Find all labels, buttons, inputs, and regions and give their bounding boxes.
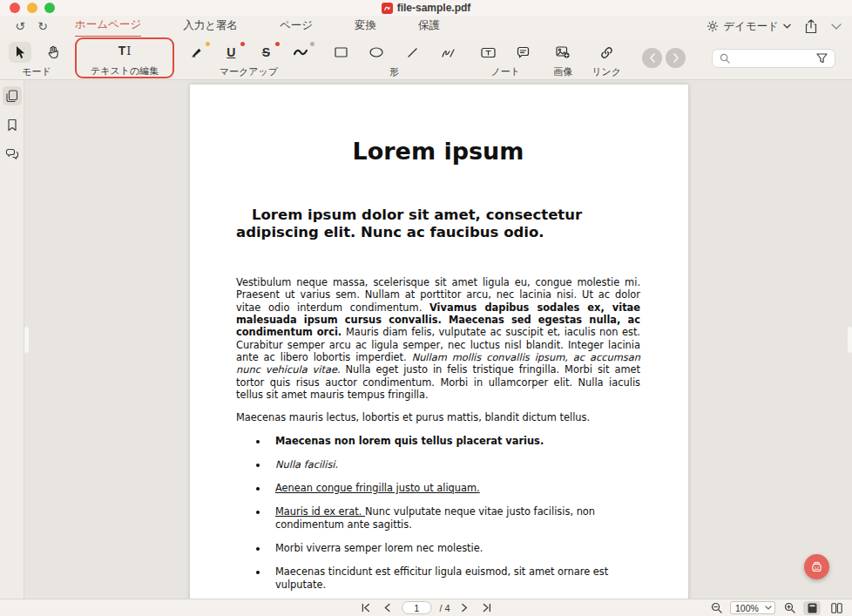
page-navigation: / 4: [358, 601, 493, 615]
comments-panel-button[interactable]: [3, 144, 22, 163]
panel-resize-handle[interactable]: [848, 327, 852, 353]
link-section-label: リンク: [592, 66, 621, 77]
image-section: 画像: [543, 37, 583, 79]
first-page-button[interactable]: [358, 601, 372, 615]
pdf-file-icon: [382, 3, 393, 14]
zoom-controls: 100%: [709, 601, 845, 615]
two-page-view-button[interactable]: [828, 601, 845, 615]
text-box-button[interactable]: [477, 42, 499, 63]
bullet-list: Maecenas non lorem quis tellus placerat …: [268, 435, 640, 591]
list-item: Aenean congue fringilla justo ut aliquam…: [268, 482, 640, 495]
line-shape-button[interactable]: [401, 42, 423, 63]
highlighter-button[interactable]: [185, 42, 207, 63]
list-item: Morbi viverra semper lorem nec molestie.: [268, 542, 640, 555]
day-mode-selector[interactable]: デイモード: [707, 19, 791, 34]
insert-link-button[interactable]: [595, 42, 618, 63]
chevron-down-icon: [783, 24, 791, 29]
left-sidebar: [0, 80, 24, 599]
filter-funnel-icon[interactable]: [816, 53, 828, 64]
collapse-toolbar-chevron-icon[interactable]: [831, 24, 842, 30]
mode-section-label: モード: [22, 66, 51, 77]
document-subheading: Lorem ipsum dolor sit amet, consectetur …: [236, 206, 640, 242]
undo-button[interactable]: ↺: [9, 17, 31, 35]
markup-section: U S マークアップ: [176, 37, 321, 79]
search-icon: [720, 53, 730, 64]
rectangle-shape-button[interactable]: [329, 42, 352, 63]
document-title: Lorem ipsum: [236, 139, 640, 165]
list-item: Nulla facilisi.: [268, 458, 640, 471]
search-input[interactable]: [735, 52, 811, 64]
insert-image-button[interactable]: [551, 42, 574, 63]
tab-home[interactable]: ホームページ: [54, 15, 162, 38]
toolbar: モード TI テキストの編集 U S: [0, 37, 852, 80]
list-item: Mauris id ex erat. Nunc vulputate neque …: [268, 505, 640, 531]
zoom-out-button[interactable]: [709, 601, 723, 615]
toolbar-prev-button[interactable]: [642, 48, 662, 68]
freehand-draw-button[interactable]: [436, 42, 459, 63]
status-bar: / 4 100%: [0, 599, 852, 616]
redo-button[interactable]: ↻: [31, 17, 54, 35]
strikethrough-button[interactable]: S: [254, 42, 277, 63]
color-dot: [206, 42, 210, 46]
minimize-window-button[interactable]: [27, 3, 37, 13]
pdf-page[interactable]: Lorem ipsum Lorem ipsum dolor sit amet, …: [190, 85, 688, 599]
bookmarks-panel-button[interactable]: [3, 115, 22, 134]
document-viewer[interactable]: Lorem ipsum Lorem ipsum dolor sit amet, …: [24, 80, 852, 599]
text-edit-button[interactable]: TI: [113, 40, 136, 61]
select-mode-button[interactable]: [9, 42, 31, 63]
underline-button[interactable]: U: [220, 42, 242, 63]
notes-section: ノート: [468, 37, 543, 79]
single-page-view-button[interactable]: [803, 601, 821, 615]
day-mode-label: デイモード: [723, 19, 779, 34]
zoom-window-button[interactable]: [44, 3, 55, 13]
close-window-button[interactable]: [10, 3, 20, 13]
mode-section: モード: [0, 37, 73, 79]
previous-page-button[interactable]: [380, 601, 394, 615]
search-field[interactable]: [712, 49, 835, 68]
thumbnails-panel-button[interactable]: [3, 86, 22, 105]
zoom-level-select[interactable]: 100%: [730, 601, 775, 614]
body-paragraph: Maecenas mauris lectus, lobortis et puru…: [236, 411, 640, 423]
current-page-input[interactable]: [402, 601, 431, 614]
hand-pan-mode-button[interactable]: [42, 42, 64, 63]
toolbar-next-button[interactable]: [666, 48, 686, 68]
app-window: file-sample.pdf ↺ ↻ ホームページ 入力と署名 ページ 変換 …: [0, 0, 852, 616]
window-title: file-sample.pdf: [382, 2, 471, 14]
toolbar-pager: [630, 37, 698, 79]
ellipse-shape-button[interactable]: [365, 42, 388, 63]
link-section: リンク: [583, 37, 630, 79]
next-page-button[interactable]: [458, 601, 472, 615]
list-item: Maecenas non lorem quis tellus placerat …: [268, 435, 640, 448]
text-edit-highlight-box: TI テキストの編集: [75, 37, 174, 78]
markup-section-label: マークアップ: [220, 66, 278, 77]
sun-icon: [707, 20, 719, 32]
tab-fill-sign[interactable]: 入力と署名: [162, 16, 259, 37]
shapes-section-label: 形: [389, 66, 399, 77]
list-item: Maecenas tincidunt est efficitur ligula …: [268, 565, 640, 591]
comment-note-button[interactable]: [511, 42, 534, 63]
text-edit-label: テキストの編集: [91, 65, 159, 76]
tab-pages[interactable]: ページ: [259, 16, 334, 37]
main-area: Lorem ipsum Lorem ipsum dolor sit amet, …: [0, 80, 852, 599]
shapes-section: 形: [321, 37, 468, 79]
tab-convert[interactable]: 変換: [334, 16, 397, 37]
sidebar-resize-handle[interactable]: [24, 327, 29, 353]
zoom-in-button[interactable]: [782, 601, 796, 615]
titlebar: file-sample.pdf: [0, 0, 852, 16]
document-filename: file-sample.pdf: [397, 2, 471, 14]
ribbon-tab-row: ↺ ↻ ホームページ 入力と署名 ページ 変換 保護 デイモード: [0, 16, 852, 37]
window-controls: [10, 3, 55, 13]
ai-assistant-button[interactable]: [804, 554, 829, 579]
color-dot: [240, 42, 245, 46]
share-button[interactable]: [805, 19, 817, 34]
image-section-label: 画像: [553, 66, 572, 77]
color-dot: [310, 42, 314, 46]
marker-pen-button[interactable]: [289, 42, 312, 63]
document-content: Lorem ipsum Lorem ipsum dolor sit amet, …: [190, 139, 688, 599]
last-page-button[interactable]: [480, 601, 494, 615]
zoom-level-value: 100%: [735, 603, 759, 613]
notes-section-label: ノート: [491, 66, 521, 77]
page-total-label: / 4: [439, 603, 450, 613]
tab-protect[interactable]: 保護: [397, 16, 461, 37]
color-dot: [275, 42, 280, 46]
